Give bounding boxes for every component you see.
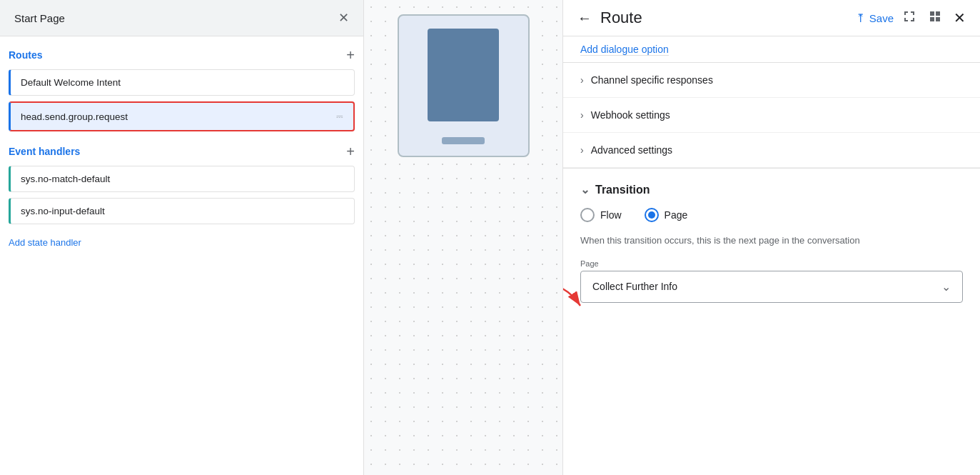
chevron-channel-icon: › [580,74,584,86]
left-panel-title: Start Page [14,12,65,24]
transition-description: When this transition occurs, this is the… [580,234,963,248]
back-button[interactable]: ← [577,10,592,26]
left-panel-content: Routes + Default Welcome Intent head.sen… [0,36,363,475]
add-dialogue-link[interactable]: Add dialogue option [580,44,669,56]
left-panel: Start Page ✕ Routes + Default Welcome In… [0,0,364,475]
save-icon: ⤒ [856,11,865,25]
right-panel-title: Route [600,9,847,27]
chevron-advanced-icon: › [580,144,584,156]
page-dropdown[interactable]: Collect Further Info ⌄ [580,271,963,303]
transition-title-text: Transition [595,184,650,196]
radio-flow-circle [580,208,595,222]
chevron-transition-icon: ⌄ [580,183,590,196]
fullscreen-button[interactable] [902,9,916,27]
header-actions: ✕ [902,9,966,27]
close-button[interactable]: ✕ [338,11,349,24]
advanced-section[interactable]: › Advanced settings [563,133,980,168]
event-item-no-input-label: sys.no-input-default [21,206,105,216]
event-handlers-section: Event handlers + sys.no-match-default sy… [9,144,355,224]
event-item-no-input[interactable]: sys.no-input-default [9,198,355,224]
dropdown-arrow-icon: ⌄ [941,280,951,294]
add-event-button[interactable]: + [346,144,355,159]
canvas-node-screen [428,29,499,121]
add-route-button[interactable]: + [346,48,355,62]
event-handlers-section-header: Event handlers + [9,144,355,159]
channel-specific-section[interactable]: › Channel specific responses [563,63,980,98]
radio-page-label[interactable]: Page [645,208,688,222]
webhook-title: Webhook settings [591,109,670,121]
chevron-webhook-icon: › [580,109,584,121]
routes-section-title: Routes [9,49,42,61]
grid-button[interactable] [928,9,942,27]
webhook-section[interactable]: › Webhook settings [563,98,980,133]
advanced-title: Advanced settings [591,144,672,156]
grid-icon [928,9,942,24]
radio-flow-label[interactable]: Flow [580,208,622,222]
route-item-selected-label: head.send.group.request [21,111,128,122]
right-panel-body: Add dialogue option › Channel specific r… [563,36,980,475]
canvas-area [364,0,562,475]
page-field-container: Page Collect Further Info ⌄ [580,259,963,303]
left-panel-header: Start Page ✕ [0,0,363,36]
save-button[interactable]: ⤒ Save [856,11,894,25]
transition-section: ⌄ Transition Flow Page When this transit… [563,168,980,317]
fullscreen-icon [902,9,916,24]
close-right-button[interactable]: ✕ [954,9,966,26]
radio-page-circle [645,208,659,222]
save-label: Save [869,12,894,24]
transition-title-row: ⌄ Transition [580,183,963,196]
routes-section-header: Routes + [9,48,355,62]
right-panel: ← Route ⤒ Save ✕ Add dialogue option [562,0,980,475]
route-item-default[interactable]: Default Welcome Intent [9,69,355,96]
page-field-label: Page [580,259,963,268]
add-state-handler-button[interactable]: Add state handler [9,237,81,248]
page-dropdown-value: Collect Further Info [592,281,677,292]
route-item-label: Default Welcome Intent [21,77,121,88]
radio-flow-text: Flow [600,209,622,221]
copy-icon: ⎓ [336,110,343,123]
event-item-no-match-label: sys.no-match-default [21,174,110,184]
canvas-node [398,14,530,157]
radio-group: Flow Page [580,208,963,222]
add-dialogue-section: Add dialogue option [563,36,980,63]
route-item-selected[interactable]: head.send.group.request ⎓ [9,101,355,131]
event-handlers-title: Event handlers [9,146,80,157]
radio-page-text: Page [665,209,688,221]
canvas-node-base [442,137,485,144]
channel-specific-title: Channel specific responses [591,74,713,86]
event-item-no-match[interactable]: sys.no-match-default [9,166,355,192]
right-panel-header: ← Route ⤒ Save ✕ [563,0,980,36]
